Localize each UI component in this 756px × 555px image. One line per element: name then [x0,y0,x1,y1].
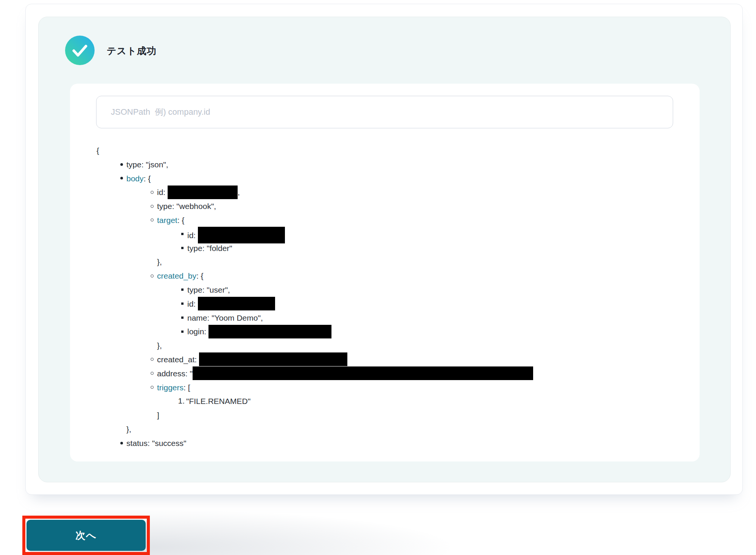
json-line: status: "success" [70,436,692,450]
list-number-marker: 1. [175,394,185,408]
json-key-link[interactable]: body [126,174,144,183]
bullet-circle-marker [149,213,156,227]
json-output-panel: {type: "json",body: {id: ,type: "webhook… [70,84,700,461]
json-text: type: "json", [126,160,168,169]
json-key-link[interactable]: created_by [157,271,196,280]
json-text: }, [126,425,131,433]
success-check-icon [65,36,95,65]
json-line: }, [70,422,692,436]
json-text: created_at: [157,355,199,364]
bullet-square-marker [179,227,186,241]
bullet-circle-marker [149,199,156,213]
json-line: id: , [70,185,692,199]
test-result-card: テスト成功 {type: "json",body: {id: ,type: "w… [25,4,743,495]
json-key-link[interactable]: triggers [157,383,184,392]
json-text: type: "folder" [187,244,232,253]
json-text: : [ [184,383,190,392]
json-text: : { [196,271,204,280]
json-line: created_at: [70,352,692,366]
json-line: body: { [70,171,692,186]
json-text: ] [157,411,159,419]
json-text: { [96,146,99,155]
json-line: }, [70,338,692,352]
bullet-square-marker [179,311,186,325]
json-text: status: "success" [126,439,186,447]
json-text: id: [157,188,168,196]
bullet-disc-marker [118,157,125,171]
json-line: }, [70,255,692,269]
redacted-value [193,366,533,380]
json-text: type: "user", [187,285,230,294]
test-success-section: テスト成功 {type: "json",body: {id: ,type: "w… [38,17,731,482]
json-line: id: [70,227,692,241]
json-line: type: "user", [70,283,692,297]
json-text: : { [144,174,151,183]
bullet-circle-marker [149,185,156,199]
json-line: 1."FILE.RENAMED" [70,394,692,408]
bullet-square-marker [179,283,186,297]
json-line: type: "folder" [70,241,692,255]
json-line: address: " [70,366,692,380]
bullet-circle-marker [149,352,156,366]
json-text: , [238,188,240,196]
json-text: name: "Yoom Demo", [187,313,263,322]
json-tree: {type: "json",body: {id: ,type: "webhook… [70,143,692,450]
json-line: ] [70,408,692,422]
bullet-disc-marker [118,436,125,450]
redacted-value [208,325,331,338]
bullet-circle-marker [149,366,156,380]
jsonpath-input[interactable] [96,96,673,128]
json-text: type: "webhook", [157,202,216,210]
json-text: id: [187,299,198,308]
json-line: type: "json", [70,157,692,171]
json-line: created_by: { [70,269,692,283]
json-line: type: "webhook", [70,199,692,213]
test-success-title: テスト成功 [107,45,157,57]
json-line: target: { [70,213,692,227]
next-button[interactable]: 次へ [26,520,146,551]
page: { "header": { "title": "テスト成功" }, "searc… [0,0,756,555]
annotation-highlight-box: 次へ [22,516,150,555]
bullet-disc-marker [118,171,125,186]
redacted-value [199,352,347,366]
bullet-circle-marker [149,269,156,283]
json-line: login: [70,324,692,338]
json-text: "FILE.RENAMED" [186,397,250,405]
json-text: address: " [157,369,193,378]
json-line: { [70,143,692,157]
json-key-link[interactable]: target [157,216,177,224]
bullet-circle-marker [149,380,156,394]
json-text: }, [157,257,162,266]
json-line: id: [70,297,692,311]
json-text: }, [157,341,162,350]
json-text: login: [187,327,208,336]
redacted-value [168,186,238,199]
json-line: name: "Yoom Demo", [70,311,692,325]
bullet-square-marker [179,241,186,255]
json-text: : { [177,216,185,224]
json-line: triggers: [ [70,380,692,394]
bullet-square-marker [179,297,186,311]
json-text: id: [187,231,198,239]
bullet-square-marker [179,324,186,338]
redacted-value [198,297,275,310]
